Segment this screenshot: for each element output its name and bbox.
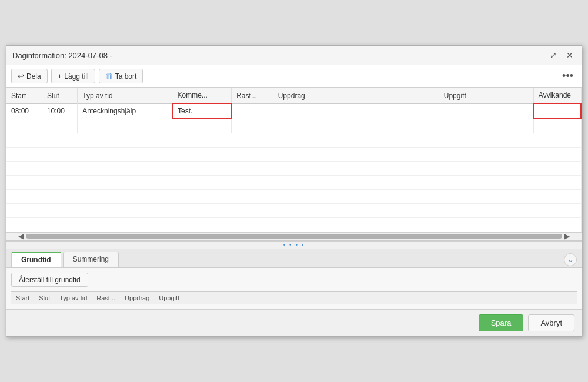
empty-cell: [439, 119, 533, 133]
tab-summering[interactable]: Summering: [63, 252, 119, 267]
more-button[interactable]: •••: [559, 69, 577, 83]
table-row[interactable]: 08:00 10:00 Anteckningshjälp Test.: [6, 103, 581, 119]
cell-uppdrag[interactable]: [273, 103, 439, 119]
cell-slut[interactable]: 10:00: [42, 103, 77, 119]
table-row-empty-7: [6, 203, 581, 217]
tab-summering-label: Summering: [73, 255, 109, 263]
table-row-empty-3: [6, 147, 581, 161]
table-row-empty-4: [6, 161, 581, 175]
empty-cell: [6, 119, 42, 133]
empty-cell: [172, 119, 232, 133]
col-header-kommentar: Komme...: [172, 88, 232, 103]
col-header-slut: Slut: [42, 88, 77, 103]
scroll-dots: • • • •: [6, 242, 582, 248]
empty-cell: [78, 119, 172, 133]
empty-cell: [6, 147, 581, 161]
empty-cell: [6, 133, 581, 147]
sub-col-uppdrag: Uppdrag: [120, 294, 154, 301]
ta-bort-button[interactable]: 🗑 Ta bort: [99, 69, 143, 83]
scrollbar-area: ◀ ▶: [6, 233, 582, 241]
scroll-left-arrow[interactable]: ◀: [16, 232, 26, 240]
cell-uppgift[interactable]: [439, 103, 533, 119]
cell-rast[interactable]: [232, 103, 273, 119]
cell-avvikande[interactable]: [533, 103, 581, 119]
table-row-empty-2: [6, 133, 581, 147]
empty-cell: [6, 189, 581, 203]
reset-button[interactable]: Återställ till grundtid: [11, 273, 88, 287]
title-bar: Daginformation: 2024-07-08 - ⤢ ✕: [6, 46, 582, 65]
dela-label: Dela: [26, 72, 41, 81]
scrollbar-track[interactable]: [26, 234, 562, 239]
main-table-area: Start Slut Typ av tid Komme... Rast... U…: [6, 88, 582, 233]
cell-start[interactable]: 08:00: [6, 103, 42, 119]
table-header-row: Start Slut Typ av tid Komme... Rast... U…: [6, 88, 581, 103]
col-header-rast: Rast...: [232, 88, 273, 103]
scroll-right-arrow[interactable]: ▶: [562, 232, 572, 240]
chevron-down-icon: ⌄: [567, 255, 574, 264]
empty-cell: [6, 175, 581, 189]
lagg-till-label: Lägg till: [64, 72, 88, 81]
collapse-button[interactable]: ⌄: [564, 253, 577, 266]
sub-col-rast: Rast...: [92, 294, 120, 301]
empty-cell: [6, 217, 581, 232]
toolbar-left: ↩ Dela + Lägg till 🗑 Ta bort: [11, 69, 143, 83]
lagg-till-button[interactable]: + Lägg till: [51, 69, 95, 83]
dela-icon: ↩: [18, 72, 24, 81]
sub-col-uppgift: Uppgift: [154, 294, 184, 301]
empty-cell: [232, 119, 273, 133]
col-header-uppdrag: Uppdrag: [273, 88, 439, 103]
sub-col-start: Start: [11, 294, 34, 301]
empty-cell: [6, 203, 581, 217]
close-button[interactable]: ✕: [564, 49, 576, 61]
col-header-start: Start: [6, 88, 42, 103]
plus-icon: +: [58, 72, 62, 81]
bottom-content: Återställ till grundtid Start Slut Typ a…: [6, 268, 582, 309]
cell-kommentar[interactable]: Test.: [172, 103, 232, 119]
dialog-title: Daginformation: 2024-07-08 -: [12, 51, 112, 60]
sub-table-header: Start Slut Typ av tid Rast... Uppdrag Up…: [11, 291, 577, 304]
tabs-container: Grundtid Summering: [11, 252, 121, 267]
empty-cell: [42, 119, 77, 133]
trash-icon: 🗑: [105, 72, 113, 81]
toolbar: ↩ Dela + Lägg till 🗑 Ta bort •••: [6, 65, 582, 88]
ta-bort-label: Ta bort: [115, 72, 137, 81]
empty-cell: [6, 161, 581, 175]
tabs-row: Grundtid Summering ⌄: [6, 249, 582, 268]
footer-bar: Spara Avbryt: [6, 309, 582, 336]
bottom-section: • • • • Grundtid Summering ⌄ Återställ t…: [6, 241, 582, 309]
expand-button[interactable]: ⤢: [547, 49, 559, 61]
tab-grundtid[interactable]: Grundtid: [11, 252, 61, 267]
col-header-typ: Typ av tid: [78, 88, 172, 103]
dela-button[interactable]: ↩ Dela: [11, 69, 48, 83]
cell-typ[interactable]: Anteckningshjälp: [78, 103, 172, 119]
table-row-empty-6: [6, 189, 581, 203]
table-row-empty-1: [6, 119, 581, 133]
cancel-button[interactable]: Avbryt: [528, 314, 574, 331]
empty-cell: [273, 119, 439, 133]
col-header-avvikande: Avvikande: [533, 88, 581, 103]
title-bar-controls: ⤢ ✕: [547, 49, 576, 61]
empty-cell: [533, 119, 581, 133]
main-dialog: Daginformation: 2024-07-08 - ⤢ ✕ ↩ Dela …: [6, 45, 582, 337]
sub-col-typ: Typ av tid: [55, 294, 92, 301]
table-row-empty-5: [6, 175, 581, 189]
save-button[interactable]: Spara: [479, 314, 524, 331]
sub-col-slut: Slut: [34, 294, 55, 301]
main-table: Start Slut Typ av tid Komme... Rast... U…: [6, 88, 582, 232]
tab-grundtid-label: Grundtid: [21, 256, 51, 264]
col-header-uppgift: Uppgift: [439, 88, 533, 103]
table-row-empty-8: [6, 217, 581, 232]
